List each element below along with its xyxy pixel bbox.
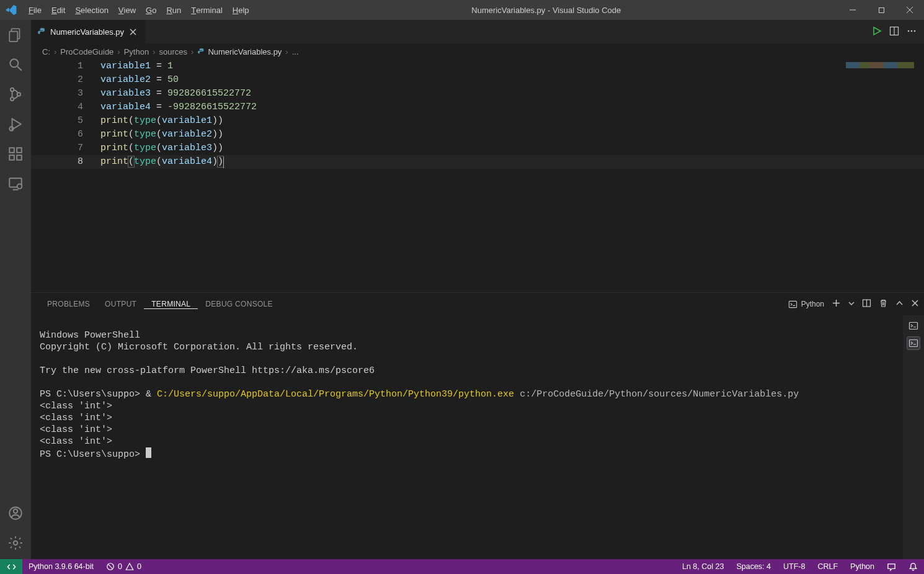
settings-gear-icon[interactable]	[7, 534, 24, 552]
code-line[interactable]: 4variable4 = -992826615522772	[31, 101, 924, 114]
editor-tab-numericvariables[interactable]: NumericVariables.py	[31, 20, 146, 43]
code-line[interactable]: 7print(type(variable3))	[31, 141, 924, 155]
breadcrumb-part[interactable]: C:	[42, 47, 50, 56]
breadcrumbs[interactable]: C: › ProCodeGuide › Python › sources › N…	[31, 43, 924, 60]
python-file-icon	[197, 48, 205, 56]
svg-rect-5	[9, 32, 17, 42]
code-content: variable1 = 1	[100, 60, 173, 73]
code-line[interactable]: 2variable2 = 50	[31, 73, 924, 87]
menu-view[interactable]: View	[113, 6, 141, 15]
terminal-shell-selector[interactable]: Python	[788, 300, 824, 309]
activity-bar	[0, 20, 31, 559]
status-encoding[interactable]: UTF-8	[777, 559, 811, 574]
code-content: variable3 = 992826615522772	[100, 87, 251, 101]
line-number: 3	[31, 87, 100, 101]
svg-rect-32	[789, 301, 796, 307]
breadcrumb-part[interactable]: sources	[159, 47, 188, 56]
source-control-icon[interactable]	[7, 86, 24, 103]
kill-terminal-icon[interactable]	[879, 298, 888, 310]
run-debug-icon[interactable]	[7, 115, 24, 133]
code-content: print(type(variable1))	[100, 114, 223, 128]
terminal-cursor	[146, 447, 151, 458]
svg-line-7	[17, 66, 22, 71]
code-line[interactable]: 8print(type(variable4))	[31, 155, 924, 169]
menu-selection[interactable]: Selection	[70, 6, 113, 15]
terminal-dropdown-icon[interactable]	[848, 300, 855, 308]
panel-tab-terminal[interactable]: TERMINAL	[144, 300, 198, 309]
editor-tabs: NumericVariables.py	[31, 20, 924, 43]
status-language[interactable]: Python	[844, 559, 881, 574]
breadcrumb-part[interactable]: ProCodeGuide	[60, 47, 113, 56]
svg-point-9	[11, 97, 14, 101]
svg-line-42	[109, 565, 112, 568]
terminal-output[interactable]: Windows PowerShell Copyright (C) Microso…	[31, 315, 924, 559]
remote-explorer-icon[interactable]	[7, 175, 24, 192]
code-line[interactable]: 3variable3 = 992826615522772	[31, 87, 924, 101]
terminal-instance-icon[interactable]	[907, 319, 920, 333]
new-terminal-icon[interactable]	[832, 298, 841, 310]
panel-tabs: PROBLEMSOUTPUTTERMINALDEBUG CONSOLE Pyth…	[31, 293, 924, 315]
status-python-interpreter[interactable]: Python 3.9.6 64-bit	[22, 559, 100, 574]
accounts-icon[interactable]	[7, 504, 24, 522]
panel-tab-debug-console[interactable]: DEBUG CONSOLE	[198, 300, 280, 308]
chevron-right-icon: ›	[191, 47, 193, 56]
status-notifications-icon[interactable]	[902, 559, 924, 574]
run-file-icon[interactable]	[872, 26, 882, 38]
extensions-icon[interactable]	[7, 145, 24, 163]
tab-close-icon[interactable]	[128, 26, 139, 37]
menu-run[interactable]: Run	[161, 6, 186, 15]
menu-go[interactable]: Go	[141, 6, 161, 15]
explorer-icon[interactable]	[7, 26, 24, 43]
chevron-right-icon: ›	[54, 47, 56, 56]
close-panel-icon[interactable]	[911, 299, 919, 309]
status-problems[interactable]: 0 0	[100, 559, 148, 574]
minimize-button[interactable]	[838, 0, 867, 20]
breadcrumb-trailing[interactable]: ...	[292, 47, 299, 56]
window-controls	[838, 0, 924, 20]
terminal-side-gutter	[903, 315, 924, 559]
remote-indicator[interactable]	[0, 559, 22, 574]
vscode-logo-icon	[5, 4, 17, 16]
svg-rect-16	[17, 148, 22, 153]
svg-rect-1	[879, 7, 884, 12]
svg-marker-26	[874, 27, 881, 35]
line-number: 8	[31, 155, 100, 169]
maximize-button[interactable]	[867, 0, 895, 20]
code-content: variable4 = -992826615522772	[100, 101, 257, 114]
chevron-right-icon: ›	[117, 47, 120, 56]
code-line[interactable]: 5print(type(variable1))	[31, 114, 924, 128]
menu-edit[interactable]: Edit	[47, 6, 70, 15]
breadcrumb-part[interactable]: Python	[124, 47, 149, 56]
line-number: 1	[31, 60, 100, 73]
line-number: 6	[31, 128, 100, 141]
code-line[interactable]: 1variable1 = 1	[31, 60, 924, 73]
status-indent[interactable]: Spaces: 4	[730, 559, 777, 574]
maximize-panel-icon[interactable]	[895, 299, 904, 309]
status-eol[interactable]: CRLF	[811, 559, 844, 574]
terminal-instance-icon[interactable]	[907, 336, 920, 350]
status-feedback-icon[interactable]	[881, 559, 902, 574]
svg-point-31	[914, 30, 916, 32]
panel-tab-problems[interactable]: PROBLEMS	[40, 300, 97, 308]
panel-tab-output[interactable]: OUTPUT	[97, 300, 144, 308]
search-icon[interactable]	[7, 56, 24, 73]
menu-bar: FileEditSelectionViewGoRunTerminalHelp	[24, 6, 254, 15]
breadcrumb-file[interactable]: NumericVariables.py	[197, 47, 282, 56]
svg-rect-13	[9, 148, 14, 153]
editor-tab-actions	[872, 20, 924, 43]
menu-help[interactable]: Help	[228, 6, 254, 15]
split-editor-icon[interactable]	[889, 26, 899, 38]
more-actions-icon[interactable]	[907, 26, 917, 38]
line-number: 5	[31, 114, 100, 128]
code-content: print(type(variable3))	[100, 141, 223, 155]
status-cursor-position[interactable]: Ln 8, Col 23	[676, 559, 730, 574]
code-editor[interactable]: 1variable1 = 12variable2 = 503variable3 …	[31, 60, 924, 292]
menu-terminal[interactable]: Terminal	[186, 6, 228, 15]
tab-label: NumericVariables.py	[50, 27, 124, 37]
split-terminal-icon[interactable]	[862, 298, 871, 310]
python-file-icon	[37, 27, 47, 37]
close-window-button[interactable]	[895, 0, 924, 20]
menu-file[interactable]: File	[24, 6, 47, 15]
chevron-right-icon: ›	[153, 47, 155, 56]
code-line[interactable]: 6print(type(variable2))	[31, 128, 924, 141]
